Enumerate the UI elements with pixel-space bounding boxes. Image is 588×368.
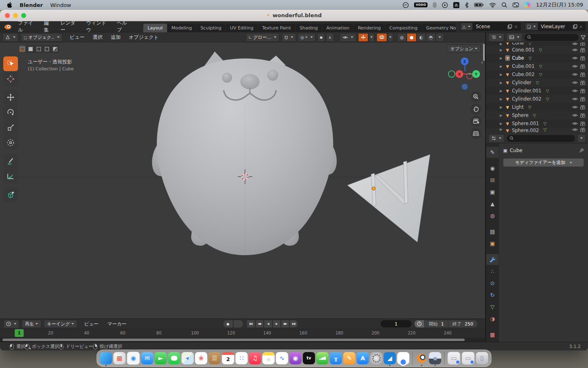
object-type-icon[interactable]: ▼ (506, 128, 509, 133)
apple-menu[interactable] (7, 2, 12, 8)
object-type-icon[interactable]: ▼ (506, 43, 509, 45)
hide-eye-icon[interactable] (572, 48, 578, 52)
outliner-filter-image-button[interactable] (506, 33, 522, 42)
expand-icon[interactable]: ▶ (500, 43, 503, 46)
pivot-point-button[interactable]: ◎⌖ (298, 33, 316, 42)
viewport-zoom-icon[interactable] (470, 91, 481, 102)
workspace-tab[interactable]: Sculpting (196, 24, 225, 32)
input-source-icon[interactable]: あ (453, 2, 459, 8)
play-circle-icon[interactable] (442, 2, 448, 8)
select-mode-invert[interactable] (43, 45, 51, 53)
dock-item[interactable]: ❀ (195, 352, 207, 364)
shading-solid-button[interactable]: ● (407, 33, 416, 42)
dock-item[interactable] (412, 351, 413, 365)
expand-icon[interactable]: ▶ (500, 128, 503, 131)
object-data-icon[interactable]: ▽ (536, 81, 539, 85)
timeline-scrollbar[interactable] (0, 338, 485, 342)
workspace-tab[interactable]: UV Editing (226, 24, 257, 32)
gizmos-toggle[interactable] (358, 33, 368, 42)
menubar-menu-window[interactable]: Window (50, 2, 71, 8)
dock-item[interactable]: ▯ (476, 352, 488, 364)
gizmos-dropdown[interactable] (369, 33, 374, 42)
properties-options-dropdown[interactable] (577, 134, 586, 143)
outliner-row[interactable]: ▶ ▼ Cube.002 ▽ (486, 70, 588, 79)
dock-item[interactable]: ✎ (343, 352, 356, 364)
properties-tab[interactable]: ◑ (486, 313, 499, 324)
dock-item[interactable] (444, 351, 445, 365)
timeline-dropdown[interactable]: 再生 (22, 320, 41, 328)
hide-eye-icon[interactable] (572, 72, 578, 76)
workspace-tab[interactable]: Compositing (385, 24, 422, 32)
topbar-menu-item[interactable]: ヘルプ (113, 21, 134, 34)
disable-render-camera-icon[interactable] (580, 43, 586, 46)
select-mode-new[interactable] (18, 45, 26, 53)
workspace-tab[interactable]: Rendering (354, 24, 385, 32)
scene-selector[interactable]: △ Scene ✕ (460, 22, 521, 31)
add-cube-tool[interactable] (3, 187, 18, 202)
object-data-icon[interactable]: ▽ (546, 97, 549, 101)
object-name[interactable]: Sphere.001 (512, 121, 539, 126)
select-mode-extend[interactable] (27, 45, 34, 53)
topbar-menu-item[interactable]: ファイル (14, 21, 40, 34)
object-data-icon[interactable]: ▽ (539, 48, 542, 52)
topbar-menu-item[interactable]: ウィンドウ (82, 21, 113, 34)
disable-render-camera-icon[interactable] (580, 64, 586, 69)
add-modifier-button[interactable]: モディファイアーを追加 (503, 158, 584, 167)
expand-icon[interactable]: ▶ (500, 73, 503, 76)
hide-eye-icon[interactable] (572, 89, 578, 93)
wifi-icon[interactable] (489, 2, 496, 8)
dock-item[interactable]: 2 (222, 352, 234, 364)
disable-render-camera-icon[interactable] (580, 121, 586, 126)
object-data-icon[interactable]: ▽ (543, 128, 547, 132)
dock-item[interactable]: ◉ (127, 352, 140, 365)
object-name[interactable]: Cylinder.002 (512, 96, 541, 102)
outliner-row[interactable]: ▶ ▼ Sphere ▽ (486, 111, 588, 119)
outliner-row[interactable]: ▶ ▼ Cylinder.001 ▽ (486, 87, 588, 95)
topbar-menu-item[interactable]: レンダー (57, 21, 82, 34)
dock-item[interactable]: ◉ (290, 352, 302, 364)
properties-editor-type-button[interactable] (488, 134, 504, 143)
viewport-menu-item[interactable]: ビュー (66, 34, 89, 41)
playback-button[interactable]: ▶▮ (290, 320, 298, 328)
disable-render-camera-icon[interactable] (580, 105, 586, 110)
dock-item[interactable]: A (357, 352, 369, 364)
hide-eye-icon[interactable] (572, 97, 578, 101)
workspace-tab[interactable]: Modeling (167, 24, 196, 32)
object-data-icon[interactable]: ▽ (533, 113, 536, 118)
disable-render-camera-icon[interactable] (580, 48, 586, 52)
expand-icon[interactable]: ▶ (500, 105, 503, 109)
scene-icon[interactable]: △ (461, 23, 473, 30)
object-data-icon[interactable]: ▽ (528, 56, 532, 61)
menubar-app-name[interactable]: Blender (20, 2, 43, 8)
dock-item[interactable]: ╥ (330, 352, 342, 364)
dock-item[interactable]: ♫ (249, 352, 261, 364)
workspace-tab[interactable]: Texture Paint (258, 24, 295, 32)
workspace-tab[interactable]: Shading (296, 24, 322, 32)
dock-item[interactable]: ∿ (276, 352, 288, 364)
options-dropdown[interactable]: オプション (447, 45, 481, 53)
spotlight-icon[interactable] (501, 2, 507, 8)
mic-dot-icon[interactable] (433, 2, 437, 8)
hide-eye-icon[interactable] (572, 43, 578, 46)
dock-item[interactable] (100, 352, 112, 364)
timeline-ruler[interactable]: 20406080100120140160180200220240 (0, 329, 485, 338)
dock-item[interactable]: ➤ (182, 352, 194, 364)
outliner-row[interactable]: ▶ ▼ Cube.001 ▽ (486, 62, 588, 70)
overlays-dropdown[interactable] (388, 33, 393, 42)
topbar-menu-item[interactable]: 編集 (40, 21, 57, 34)
properties-tab[interactable]: ▲ (486, 198, 499, 209)
proportional-editing-button[interactable]: ● (317, 33, 325, 42)
playback-button[interactable]: ▮◀ (247, 320, 255, 328)
dock-item[interactable]: ▭ (448, 352, 461, 365)
show-gizmo-dropdown[interactable] (340, 33, 356, 42)
disable-render-camera-icon[interactable] (580, 89, 586, 93)
viewport-menu-item[interactable]: オブジェクト (125, 34, 163, 41)
keying-set-button[interactable] (233, 320, 243, 328)
hide-eye-icon[interactable] (572, 121, 578, 126)
object-type-icon[interactable]: ▼ (506, 89, 509, 93)
properties-tab[interactable]: ⊟ (486, 175, 499, 186)
dock-item[interactable]: ☰ (209, 352, 221, 364)
mode-selector[interactable]: ◻オブジェク.. (21, 33, 62, 42)
hide-eye-icon[interactable] (572, 105, 578, 109)
hide-eye-icon[interactable] (572, 128, 578, 132)
